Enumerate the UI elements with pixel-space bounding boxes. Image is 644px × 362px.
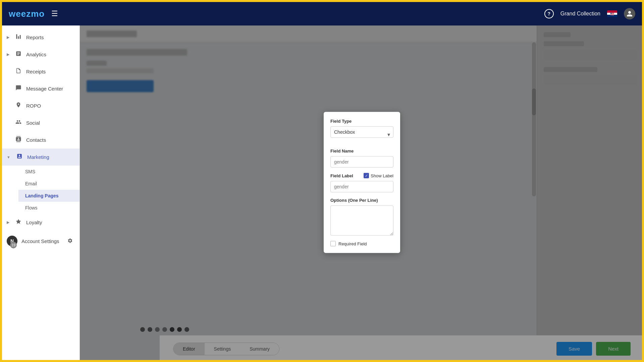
sidebar-item-message-center[interactable]: ▶ Message Center (0, 80, 79, 97)
sidebar-label-reports: Reports (26, 35, 44, 40)
chevron-right-icon: ▶ (7, 220, 9, 225)
sidebar-item-analytics[interactable]: ▶ Analytics (0, 46, 79, 63)
sidebar-label-analytics: Analytics (26, 52, 46, 57)
ropo-icon (15, 102, 22, 110)
chevron-right-icon: ▶ (7, 52, 9, 57)
sidebar-item-marketing[interactable]: ▼ Marketing (0, 148, 79, 166)
analytics-icon (15, 51, 22, 58)
marketing-icon (16, 153, 23, 161)
sidebar-item-sms[interactable]: SMS (18, 166, 79, 178)
chevron-down-icon: ▼ (7, 155, 10, 159)
required-field-row: Required Field (330, 241, 393, 246)
receipts-icon (15, 68, 22, 75)
sidebar-label-receipts: Receipts (26, 69, 46, 74)
sidebar-item-email[interactable]: Email (18, 178, 79, 190)
field-type-label: Field Type (330, 119, 393, 124)
show-label-toggle[interactable]: ✓ Show Label (364, 173, 393, 178)
sidebar-label-contacts: Contacts (26, 137, 46, 143)
help-icon[interactable]: ? (544, 9, 554, 18)
collection-name: Grand Collection (560, 11, 600, 17)
options-label: Options (One Per Line) (330, 198, 393, 203)
sidebar-item-reports[interactable]: ▶ Reports (0, 29, 79, 46)
show-label-checkbox[interactable]: ✓ (364, 173, 369, 178)
field-type-select-wrapper: Checkbox Text Radio Select Textarea (330, 126, 393, 143)
chevron-right-icon: ▶ (7, 35, 9, 40)
social-icon (15, 119, 22, 127)
required-field-label: Required Field (338, 241, 367, 246)
sidebar-label-loyalty: Loyalty (26, 220, 42, 225)
reports-icon (15, 34, 22, 41)
marketing-subnav: SMS Email Landing Pages Flows (0, 166, 79, 214)
field-label-input[interactable] (330, 181, 393, 192)
sidebar-label-ropo: ROPO (26, 103, 41, 109)
notification-badge: 19 (10, 242, 17, 248)
contacts-icon (15, 136, 22, 144)
sidebar-item-flows[interactable]: Flows (18, 202, 79, 214)
settings-gear-icon (67, 238, 73, 244)
sidebar-label-account-settings: Account Settings (21, 238, 59, 244)
sidebar-item-social[interactable]: ▶ Social (0, 114, 79, 131)
sidebar-item-account-settings[interactable]: N 19 Account Settings (0, 231, 79, 251)
sidebar-label-marketing: Marketing (27, 154, 49, 160)
required-field-checkbox[interactable] (330, 241, 336, 246)
field-name-label: Field Name (330, 148, 393, 154)
message-center-icon (15, 85, 22, 93)
field-editor-modal: Field Type Checkbox Text Radio Select Te… (324, 112, 400, 253)
field-label-row: Field Label ✓ Show Label (330, 173, 393, 178)
header-right: ? Grand Collection 🇺🇸 (544, 8, 635, 19)
layout: ▶ Reports ▶ Analytics ▶ Receipts ▶ (0, 25, 644, 362)
sidebar-label-social: Social (26, 120, 40, 126)
logo: weezmo (9, 9, 45, 19)
sidebar-item-ropo[interactable]: ▶ ROPO (0, 97, 79, 114)
header: weezmo ☰ ? Grand Collection 🇺🇸 (2, 2, 642, 25)
loyalty-icon (15, 219, 22, 226)
sidebar-item-landing-pages[interactable]: Landing Pages (18, 190, 79, 202)
field-name-input[interactable] (330, 156, 393, 168)
main-content: Field Type Checkbox Text Radio Select Te… (80, 25, 644, 362)
user-avatar[interactable] (624, 8, 635, 19)
flag-icon: 🇺🇸 (607, 10, 617, 17)
show-label-text: Show Label (371, 173, 393, 178)
field-label-text: Field Label (330, 173, 361, 178)
hamburger-button[interactable]: ☰ (51, 9, 58, 18)
sidebar-item-receipts[interactable]: ▶ Receipts (0, 63, 79, 80)
sidebar-item-contacts[interactable]: ▶ Contacts (0, 131, 79, 148)
options-textarea[interactable] (330, 205, 393, 236)
field-type-select[interactable]: Checkbox Text Radio Select Textarea (330, 126, 393, 138)
sidebar-label-message-center: Message Center (26, 86, 63, 92)
sidebar-item-loyalty[interactable]: ▶ Loyalty (0, 214, 79, 231)
sidebar: ▶ Reports ▶ Analytics ▶ Receipts ▶ (0, 25, 80, 362)
